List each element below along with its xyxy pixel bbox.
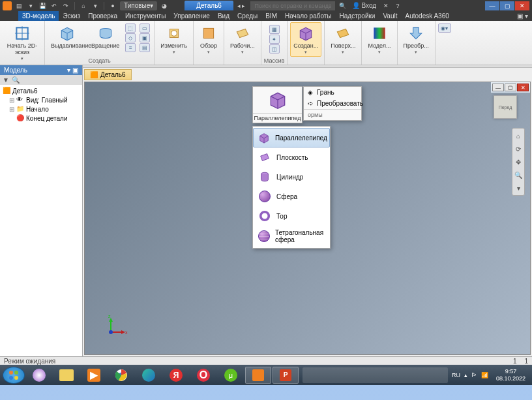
- doc-close-button[interactable]: ✕: [517, 84, 529, 91]
- nav-orbit-icon[interactable]: ⟳: [514, 144, 523, 153]
- menu-manage[interactable]: Управление: [170, 11, 214, 21]
- maximize-button[interactable]: ▢: [500, 1, 514, 10]
- revolve-button[interactable]: Вращение: [88, 22, 123, 57]
- tray-arrow-icon[interactable]: ▴: [464, 372, 467, 378]
- close-signin-icon[interactable]: ✕: [381, 1, 391, 10]
- tray-flag-icon[interactable]: 🏳: [471, 372, 477, 378]
- taskbar-chrome[interactable]: [108, 367, 134, 384]
- sketch-2d-button[interactable]: Начать 2D-эскиз▾: [3, 22, 42, 63]
- sweep-small-button[interactable]: ⬚: [125, 23, 136, 33]
- submenu-box[interactable]: Параллелепипед: [253, 128, 330, 147]
- simulate-button[interactable]: Модел...▾: [364, 22, 394, 57]
- minimize-button[interactable]: —: [485, 1, 499, 10]
- submenu-torus[interactable]: Тор: [253, 206, 330, 226]
- taskbar-explorer[interactable]: [53, 367, 80, 384]
- help-icon[interactable]: ?: [393, 1, 402, 10]
- ribbon-more-button[interactable]: ◉▾: [438, 23, 451, 33]
- modify-button[interactable]: Изменить▾: [157, 22, 190, 57]
- menu-a360[interactable]: Autodesk A360: [402, 11, 453, 21]
- tree-origin[interactable]: ⊞📁Начало: [1, 104, 81, 114]
- rib-small-button[interactable]: ▭: [140, 23, 150, 33]
- document-tab[interactable]: Деталь6: [185, 1, 233, 10]
- clock[interactable]: 9:5708.10.2022: [492, 368, 529, 382]
- qat-new-icon[interactable]: ▤: [14, 1, 23, 10]
- explore-button[interactable]: Обзор▾: [196, 22, 221, 57]
- convert-button[interactable]: Преобр...▾: [400, 22, 432, 57]
- qat-redo-icon[interactable]: ↷: [61, 1, 70, 10]
- qat-select-icon[interactable]: ▾: [91, 1, 100, 10]
- menu-start[interactable]: Начало работы: [281, 11, 336, 21]
- tray-network-icon[interactable]: 📶: [481, 372, 488, 378]
- surface-button[interactable]: Поверх...▾: [327, 22, 359, 57]
- titlebar: ▤ ▾ 💾 ↶ ↷ ⌂ ▾ ● Типовые ▾ ◕ Деталь6 ◂ ▸ …: [0, 0, 532, 11]
- search-icon[interactable]: 🔍: [338, 1, 347, 10]
- close-button[interactable]: ✕: [515, 1, 529, 10]
- start-button[interactable]: [3, 367, 25, 384]
- menu-bim[interactable]: BIM: [261, 11, 281, 21]
- qat-open-icon[interactable]: ▾: [26, 1, 35, 10]
- doc-maximize-button[interactable]: ▢: [505, 84, 516, 91]
- filter-icon[interactable]: ▼: [3, 76, 9, 84]
- submenu-cylinder[interactable]: Цилиндр: [253, 167, 330, 187]
- submenu-quadball[interactable]: Тетрагональная сфера: [253, 226, 330, 247]
- primitive-box-big-button[interactable]: [253, 87, 302, 113]
- pattern-circ-button[interactable]: ✦: [269, 35, 280, 44]
- side-partial-text: ормы: [304, 109, 361, 120]
- qat-save-icon[interactable]: 💾: [38, 1, 47, 10]
- sidebar-header[interactable]: Модель▾ ▣: [0, 65, 82, 75]
- emboss-small-button[interactable]: ▣: [140, 33, 150, 42]
- taskbar-yandex[interactable]: Я: [163, 367, 189, 384]
- qat-color-icon[interactable]: ◕: [160, 1, 169, 10]
- loft-small-button[interactable]: ◇: [125, 33, 136, 42]
- taskbar-app-1[interactable]: [26, 367, 52, 384]
- taskbar-media[interactable]: ▶: [81, 367, 107, 384]
- nav-pan-icon[interactable]: ✥: [514, 157, 523, 166]
- coil-small-button[interactable]: ≡: [125, 43, 136, 52]
- menu-sketch[interactable]: Эскиз: [59, 11, 84, 21]
- help-search-input[interactable]: [250, 1, 335, 10]
- menu-tools[interactable]: Инструменты: [121, 11, 170, 21]
- derive-small-button[interactable]: ▤: [140, 43, 150, 52]
- taskbar-powerpoint[interactable]: P: [273, 367, 299, 384]
- lang-indicator[interactable]: RU: [452, 372, 460, 378]
- side-convert-item[interactable]: ➪Преобразовать: [304, 98, 361, 109]
- find-icon[interactable]: 🔍: [12, 76, 20, 84]
- menu-view[interactable]: Вид: [214, 11, 233, 21]
- qat-material-icon[interactable]: ●: [108, 1, 117, 10]
- tree-view[interactable]: ⊞👁Вид: Главный: [1, 95, 81, 104]
- tree-end[interactable]: 🔴Конец детали: [1, 114, 81, 123]
- taskbar-opera[interactable]: O: [190, 367, 216, 384]
- side-face-item[interactable]: ◈Грань: [304, 87, 361, 98]
- taskbar-edge[interactable]: [136, 367, 162, 384]
- submenu-sphere[interactable]: Сфера: [253, 187, 330, 206]
- qat-home-icon[interactable]: ⌂: [79, 1, 88, 10]
- mirror-button[interactable]: ◫: [269, 44, 280, 54]
- document-window-tab[interactable]: 🟧 Деталь6: [84, 69, 132, 80]
- ribbon-collapse-icon[interactable]: ▣ ▾: [513, 12, 532, 20]
- taskbar-inventor[interactable]: [245, 367, 271, 384]
- doc-minimize-button[interactable]: —: [492, 84, 504, 91]
- app-logo[interactable]: [3, 1, 12, 10]
- style-combo[interactable]: Типовые ▾: [120, 1, 157, 10]
- pattern-rect-button[interactable]: ▦: [269, 25, 280, 34]
- signin-button[interactable]: 👤 Вход: [349, 2, 379, 9]
- workfeatures-button[interactable]: Рабочи...▾: [227, 22, 258, 57]
- create-freeform-button[interactable]: Создан...▾: [290, 22, 321, 57]
- qat-undo-icon[interactable]: ↶: [50, 1, 59, 10]
- menu-vault[interactable]: Vault: [379, 11, 401, 21]
- nav-more-icon[interactable]: ▾: [514, 183, 523, 192]
- menu-addons[interactable]: Надстройки: [336, 11, 379, 21]
- side-dropdown: ◈Грань ➪Преобразовать ормы: [303, 86, 362, 121]
- nav-home-icon[interactable]: ⌂: [514, 131, 523, 140]
- tree-root[interactable]: 🟧Деталь6: [1, 86, 81, 95]
- view-cube[interactable]: Перед: [494, 95, 517, 119]
- menu-3d-model[interactable]: 3D-модель: [18, 11, 59, 21]
- taskbar-utorrent[interactable]: μ: [218, 367, 244, 384]
- taskbar-preview: [303, 367, 448, 383]
- submenu-plane[interactable]: Плоскость: [253, 147, 330, 167]
- svg-text:z: z: [108, 314, 111, 318]
- nav-zoom-icon[interactable]: 🔍: [514, 170, 523, 179]
- menu-check[interactable]: Проверка: [84, 11, 121, 21]
- extrude-button[interactable]: Выдавливание: [48, 22, 87, 57]
- menu-env[interactable]: Среды: [233, 11, 261, 21]
